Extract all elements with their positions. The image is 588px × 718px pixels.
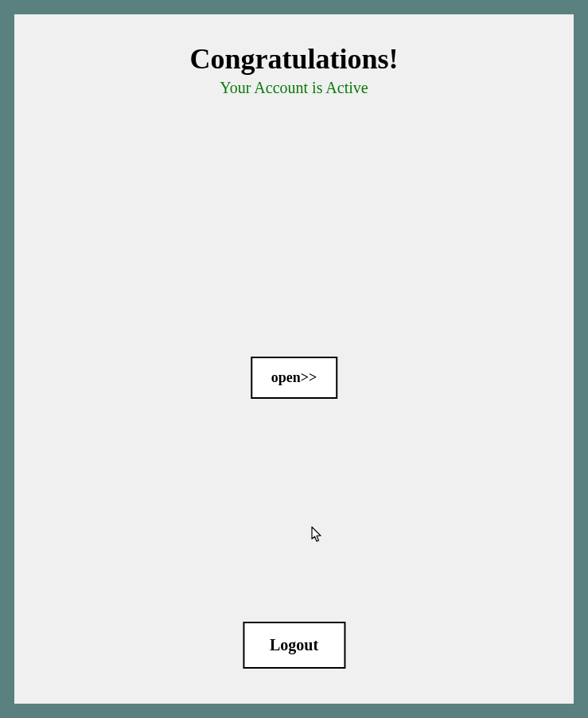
page-title: Congratulations!	[189, 42, 398, 76]
status-text: Your Account is Active	[220, 79, 368, 97]
main-panel: Congratulations! Your Account is Active	[14, 14, 574, 704]
mail-area: open>>	[72, 150, 517, 548]
logout-button[interactable]: Logout	[243, 622, 345, 669]
open-button[interactable]: open>>	[251, 357, 338, 399]
